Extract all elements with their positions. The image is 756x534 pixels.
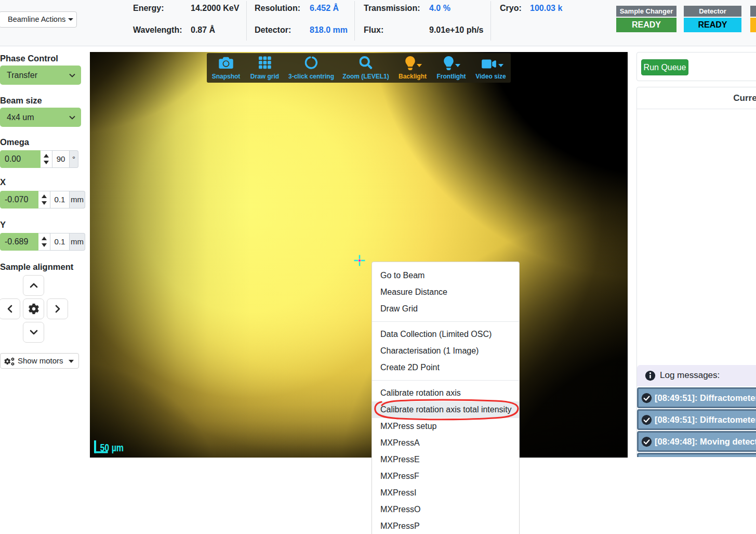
svg-text:50 µm: 50 µm [100,441,124,453]
